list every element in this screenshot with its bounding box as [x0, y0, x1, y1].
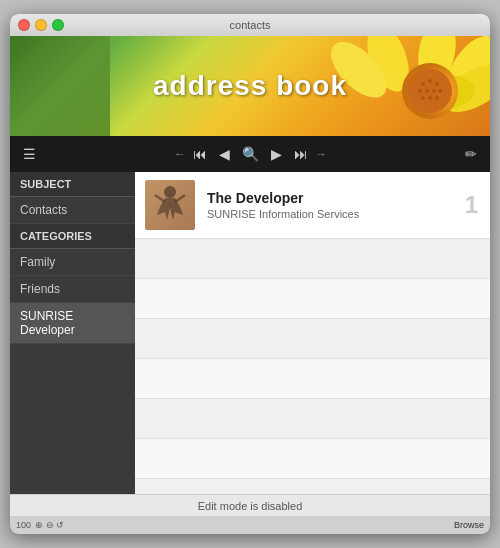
- svg-point-11: [418, 89, 422, 93]
- browser-name: Browse: [454, 520, 484, 530]
- main-content: SUBJECT Contacts CATEGORIES Family Frien…: [10, 172, 490, 494]
- empty-row: [135, 279, 490, 319]
- svg-point-7: [408, 69, 452, 113]
- app-title: address book: [153, 70, 347, 102]
- sidebar: SUBJECT Contacts CATEGORIES Family Frien…: [10, 172, 135, 494]
- avatar-image: [145, 180, 195, 230]
- app-window: contacts: [10, 14, 490, 534]
- sidebar-item-contacts[interactable]: Contacts: [10, 197, 135, 224]
- browser-bar: 100 ⊕ ⊖ ↺ Browse: [10, 516, 490, 534]
- empty-row: [135, 399, 490, 439]
- close-button[interactable]: [18, 19, 30, 31]
- zoom-level: 100: [16, 520, 31, 530]
- svg-point-17: [435, 96, 439, 100]
- contact-list[interactable]: The Developer SUNRISE Information Servic…: [135, 172, 490, 494]
- sidebar-item-friends[interactable]: Friends: [10, 276, 135, 303]
- sidebar-empty-space: [10, 344, 135, 494]
- empty-row: [135, 239, 490, 279]
- subject-header: SUBJECT: [10, 172, 135, 197]
- last-button[interactable]: ⏭: [289, 143, 313, 165]
- contact-subtitle: SUNRISE Information Services: [207, 208, 480, 220]
- sidebar-item-family[interactable]: Family: [10, 249, 135, 276]
- maximize-button[interactable]: [52, 19, 64, 31]
- contact-row[interactable]: The Developer SUNRISE Information Servic…: [135, 172, 490, 239]
- toolbar: ☰ ← ⏮ ◀ 🔍 ▶ ⏭ → ✏: [10, 136, 490, 172]
- menu-button[interactable]: ☰: [18, 143, 41, 165]
- empty-row: [135, 439, 490, 479]
- sidebar-item-sunrise-developer[interactable]: SUNRISE Developer: [10, 303, 135, 344]
- statusbar: Edit mode is disabled: [10, 494, 490, 516]
- contact-info: The Developer SUNRISE Information Servic…: [207, 190, 480, 220]
- empty-row: [135, 479, 490, 494]
- forward-arrow-icon: →: [315, 147, 327, 161]
- contact-index: 1: [465, 191, 478, 219]
- svg-point-14: [438, 89, 442, 93]
- contact-name: The Developer: [207, 190, 480, 206]
- status-text: Edit mode is disabled: [198, 500, 303, 512]
- contact-avatar: [145, 180, 195, 230]
- minimize-button[interactable]: [35, 19, 47, 31]
- navigation-controls: ← ⏮ ◀ 🔍 ▶ ⏭ →: [174, 143, 327, 165]
- edit-button[interactable]: ✏: [460, 143, 482, 165]
- window-title: contacts: [230, 19, 271, 31]
- svg-point-13: [432, 89, 436, 93]
- titlebar-buttons: [18, 19, 64, 31]
- titlebar: contacts: [10, 14, 490, 36]
- svg-point-9: [428, 79, 432, 83]
- search-button[interactable]: 🔍: [237, 143, 264, 165]
- svg-point-8: [421, 82, 425, 86]
- svg-point-15: [421, 96, 425, 100]
- svg-point-12: [425, 89, 429, 93]
- empty-rows: [135, 239, 490, 494]
- categories-header: CATEGORIES: [10, 224, 135, 249]
- next-button[interactable]: ▶: [266, 143, 287, 165]
- back-arrow-icon: ←: [174, 147, 186, 161]
- svg-rect-22: [145, 180, 195, 230]
- empty-row: [135, 359, 490, 399]
- svg-point-16: [428, 96, 432, 100]
- prev-button[interactable]: ◀: [214, 143, 235, 165]
- empty-row: [135, 319, 490, 359]
- svg-point-10: [435, 82, 439, 86]
- first-button[interactable]: ⏮: [188, 143, 212, 165]
- header-banner: address book: [10, 36, 490, 136]
